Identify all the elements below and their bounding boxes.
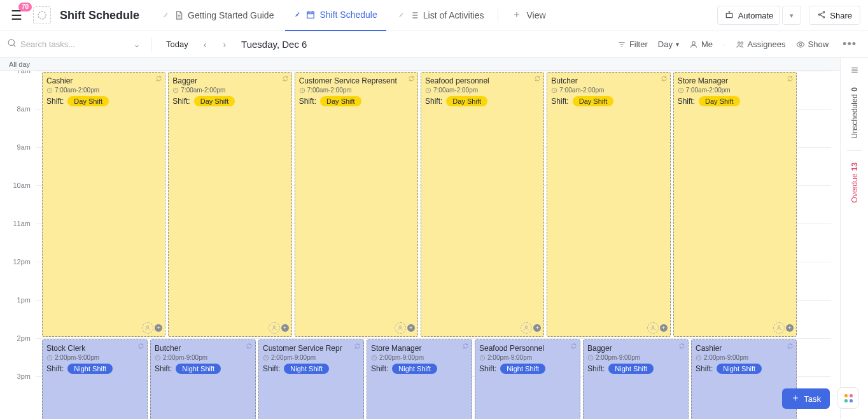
automate-label: Automate [738,11,774,20]
shift-field-label: Shift: [425,97,442,106]
recurring-icon [462,343,469,351]
assign-button[interactable]: + [395,322,415,334]
calendar-body[interactable]: 7am8am9am10am11am12pm1pm2pm3pm Cashier7:… [0,71,840,419]
search[interactable]: ⌄ [8,38,141,52]
shift-field-label: Shift: [263,364,280,373]
shift-card[interactable]: Bagger2:00pm-9:00pmShift:Night Shift+ [583,339,689,419]
all-day-label: All day [9,60,30,68]
shift-field-label: Shift: [678,97,695,106]
shift-time: 2:00pm-9:00pm [371,354,468,361]
shift-badge: Day Shift [320,96,361,106]
plus-icon [791,394,800,404]
shift-badge: Day Shift [67,96,109,106]
assign-button[interactable]: + [269,322,289,334]
shift-card[interactable]: Butcher2:00pm-9:00pmShift:Night Shift+ [150,339,256,419]
shift-badge: Night Shift [67,364,113,374]
next-day-button[interactable]: › [218,37,231,52]
filter-button[interactable]: Filter [617,39,648,49]
space-icon[interactable] [33,6,51,24]
me-button[interactable]: Me [689,39,713,49]
assign-button[interactable]: + [521,322,541,334]
overdue-toggle[interactable]: Overdue 13 [850,162,859,202]
tab-getting-started[interactable]: Getting Started Guide [153,0,283,31]
shift-card[interactable]: Stock Clerk2:00pm-9:00pmShift:Night Shif… [42,339,148,419]
unscheduled-toggle[interactable]: Unscheduled 0 [850,87,859,139]
shift-card[interactable]: Cashier2:00pm-9:00pmShift:Night Shift+ [691,339,797,419]
more-button[interactable]: ••• [839,38,860,51]
shift-card[interactable]: Bagger7:00am-2:00pmShift:Day Shift+ [168,72,291,337]
assign-button[interactable]: + [142,322,162,334]
all-day-row: All day [0,58,840,71]
shift-field-label: Shift: [587,364,605,373]
separator: · [723,39,725,49]
share-button[interactable]: Share [809,6,860,25]
new-task-button[interactable]: Task [782,388,830,409]
menu-button[interactable]: ☰ 70 [8,6,25,24]
time-label: 9am [0,143,36,181]
assign-button[interactable]: + [773,322,794,334]
recurring-icon [137,343,144,351]
separator [151,38,152,52]
shift-card[interactable]: Customer Service Represent7:00am-2:00pmS… [295,72,418,337]
shift-title: Seafood Personnel [479,344,576,353]
shift-card[interactable]: Store Manager2:00pm-9:00pmShift:Night Sh… [367,339,472,419]
filter-label: Filter [629,39,648,49]
pin-icon [398,10,405,17]
assignees-button[interactable]: Assignees [736,39,786,49]
apps-button[interactable] [837,387,859,409]
list-icon [409,10,419,20]
shift-card[interactable]: Cashier7:00am-2:00pmShift:Day Shift+ [42,72,165,337]
shift-card[interactable]: Butcher7:00am-2:00pmShift:Day Shift+ [547,72,670,337]
overdue-label: Overdue [850,173,859,202]
prev-day-button[interactable]: ‹ [199,37,212,52]
shift-badge: Night Shift [608,364,654,374]
search-input[interactable] [20,39,127,49]
tab-shift-schedule[interactable]: Shift Schedule [285,0,386,31]
automate-dropdown[interactable]: ▾ [782,6,801,25]
range-selector[interactable]: Day ▾ [658,39,679,49]
show-button[interactable]: Show [796,39,829,49]
topbar: ☰ 70 Shift Schedule Getting Started Guid… [0,0,868,31]
shift-card[interactable]: Seafood personnel7:00am-2:00pmShift:Day … [421,72,544,337]
shift-card[interactable]: Customer Service Repr2:00pm-9:00pmShift:… [258,339,364,419]
shift-field-label: Shift: [479,364,496,373]
time-label: 7am [0,71,36,105]
search-chevron[interactable]: ⌄ [131,38,143,52]
add-view-button[interactable]: View [503,0,554,31]
shift-card[interactable]: Store Manager7:00am-2:00pmShift:Day Shif… [673,72,797,337]
time-column: 7am8am9am10am11am12pm1pm2pm3pm [0,71,36,415]
show-label: Show [808,39,829,49]
plus-icon [512,10,522,20]
time-label: 3pm [0,373,36,411]
recurring-icon [787,343,794,351]
person-icon [521,322,532,334]
shift-card[interactable]: Seafood Personnel2:00pm-9:00pmShift:Nigh… [475,339,580,419]
automate-button[interactable]: Automate [717,6,781,25]
shift-time: 7:00am-2:00pm [46,87,161,94]
shift-field-label: Shift: [371,364,388,373]
assign-button[interactable]: + [647,322,668,334]
add-view-label: View [526,10,545,20]
plus-icon: + [407,324,415,332]
today-button[interactable]: Today [162,37,192,52]
shift-time: 2:00pm-9:00pm [587,354,684,361]
calendar-icon [305,10,316,20]
time-label: 2pm [0,334,36,373]
apps-icon [844,394,853,402]
rail-lines-icon[interactable] [850,64,860,76]
tab-list-of-activities[interactable]: List of Activities [389,0,493,31]
recurring-icon [408,75,415,83]
plus-icon: + [281,324,289,332]
shift-time: 7:00am-2:00pm [172,87,287,94]
shift-time: 2:00pm-9:00pm [696,354,792,361]
person-icon [773,322,785,334]
recurring-icon [282,75,289,83]
shift-field-label: Shift: [46,364,64,373]
toolbar-right: Filter Day ▾ Me · Assignees Show ••• [617,38,860,51]
recurring-icon [570,343,577,351]
shift-title: Bagger [172,76,287,85]
toolbar: ⌄ Today ‹ › Tuesday, Dec 6 Filter Day ▾ … [0,31,868,58]
recurring-icon [354,343,361,351]
pin-icon [162,10,170,17]
eye-icon [796,40,805,49]
